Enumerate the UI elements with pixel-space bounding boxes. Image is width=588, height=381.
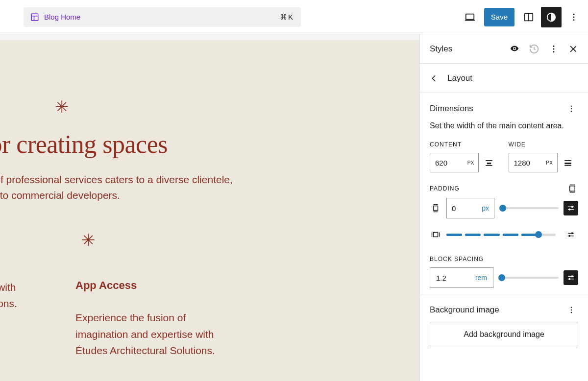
- padding-link-sides-button[interactable]: [566, 184, 578, 193]
- svg-point-47: [571, 307, 572, 308]
- block-spacing-custom-button[interactable]: [564, 270, 578, 285]
- svg-point-12: [553, 45, 555, 47]
- svg-rect-29: [434, 206, 438, 211]
- background-section: Background image Add background image: [420, 294, 588, 353]
- svg-point-18: [571, 108, 572, 109]
- hero-subtitle-line: Our comprehensive suite of professional …: [0, 174, 233, 185]
- svg-point-19: [571, 111, 572, 112]
- padding-value-input[interactable]: 0 px: [446, 198, 494, 218]
- styles-toggle-button[interactable]: [541, 7, 562, 27]
- svg-point-14: [553, 51, 555, 52]
- padding-label: PADDING: [430, 185, 460, 192]
- svg-point-40: [571, 233, 573, 234]
- svg-rect-25: [564, 165, 571, 166]
- svg-point-46: [569, 279, 570, 280]
- more-menu-button[interactable]: [564, 7, 584, 27]
- svg-rect-21: [487, 163, 491, 164]
- svg-rect-23: [564, 160, 571, 161]
- wide-label: WIDE: [509, 141, 579, 148]
- feature-columns: Continuous Support Experience the fusion…: [0, 232, 419, 359]
- background-title: Background image: [430, 305, 499, 315]
- svg-point-44: [571, 276, 573, 277]
- svg-point-8: [573, 13, 575, 15]
- feature-text: Experience the fusion of imagination and…: [0, 262, 44, 312]
- content-width-input[interactable]: 620 PX: [430, 153, 479, 172]
- block-spacing-input[interactable]: 1.2 rem: [430, 267, 493, 288]
- save-button[interactable]: Save: [484, 8, 514, 26]
- padding-preset-slider[interactable]: [446, 229, 559, 240]
- close-sidebar-button[interactable]: [564, 40, 582, 58]
- svg-point-49: [571, 312, 572, 313]
- wide-align-button[interactable]: [562, 158, 574, 167]
- hero-subtitle: Our comprehensive suite of professional …: [0, 172, 260, 203]
- style-book-button[interactable]: [506, 40, 523, 58]
- block-spacing-slider[interactable]: [498, 272, 559, 283]
- padding-h-custom-button[interactable]: [564, 227, 578, 242]
- sidebar-toggle-button[interactable]: [518, 7, 539, 27]
- topbar: Blog Home ⌘K Save: [0, 0, 588, 34]
- content-label: CONTENT: [430, 141, 500, 148]
- svg-rect-36: [434, 233, 438, 237]
- svg-rect-24: [564, 163, 571, 164]
- breadcrumb-back-button[interactable]: [430, 74, 439, 83]
- command-shortcut: ⌘K: [280, 13, 294, 22]
- main-area: ✳ A passion for creating spaces Our comp…: [0, 34, 588, 381]
- dimensions-title: Dimensions: [430, 104, 473, 114]
- wide-width-input[interactable]: 1280 PX: [509, 153, 558, 172]
- svg-rect-3: [466, 14, 474, 19]
- revisions-button[interactable]: [525, 40, 543, 58]
- svg-point-17: [571, 106, 572, 107]
- svg-point-13: [553, 48, 555, 49]
- hero-title: A passion for creating spaces: [0, 130, 419, 158]
- editor-canvas-wrap: ✳ A passion for creating spaces Our comp…: [0, 34, 419, 381]
- svg-rect-26: [570, 186, 575, 191]
- svg-rect-20: [486, 160, 492, 161]
- svg-point-48: [571, 310, 572, 310]
- document-title: Blog Home: [44, 13, 80, 21]
- svg-point-42: [569, 236, 570, 237]
- padding-horizontal-icon[interactable]: [430, 230, 441, 239]
- background-menu-button[interactable]: [564, 303, 578, 317]
- sidebar-body: Dimensions Set the width of the main con…: [420, 93, 588, 381]
- editor-canvas[interactable]: ✳ A passion for creating spaces Our comp…: [0, 40, 419, 381]
- padding-vertical-icon[interactable]: [430, 204, 441, 213]
- sidebar-breadcrumb: Layout: [420, 64, 588, 93]
- decorative-asterisk-icon: ✳: [81, 232, 242, 249]
- feature-item: ✳ App Access Experience the fusion of im…: [75, 232, 242, 359]
- content-width-field: CONTENT 620 PX: [430, 141, 500, 172]
- decorative-asterisk-icon: ✳: [55, 99, 419, 116]
- dimensions-section: Dimensions Set the width of the main con…: [420, 93, 588, 294]
- padding-slider[interactable]: [499, 203, 559, 214]
- svg-point-10: [573, 19, 575, 21]
- styles-sidebar: Styles Layout: [419, 34, 588, 381]
- svg-rect-0: [31, 14, 38, 21]
- block-spacing-label: BLOCK SPACING: [430, 256, 578, 262]
- padding-custom-button[interactable]: [564, 201, 578, 215]
- dimensions-menu-button[interactable]: [564, 102, 578, 116]
- document-title-button[interactable]: Blog Home ⌘K: [24, 7, 301, 27]
- sidebar-header: Styles: [420, 34, 588, 64]
- breadcrumb-current: Layout: [447, 73, 472, 83]
- device-preview-button[interactable]: [460, 7, 480, 27]
- feature-title: App Access: [75, 279, 242, 292]
- add-background-image-button[interactable]: Add background image: [430, 322, 578, 347]
- layout-icon: [30, 13, 39, 22]
- svg-point-35: [569, 209, 570, 211]
- feature-text: Experience the fusion of imagination and…: [75, 310, 242, 359]
- dimensions-description: Set the width of the main content area.: [430, 120, 578, 131]
- content-align-button[interactable]: [483, 158, 495, 167]
- feature-item: Continuous Support Experience the fusion…: [0, 232, 44, 359]
- wide-width-field: WIDE 1280 PX: [509, 141, 579, 172]
- hero-subtitle-line: ranging from homeowners to commercial de…: [0, 190, 120, 201]
- topbar-actions: Save: [460, 7, 584, 27]
- svg-rect-22: [486, 165, 492, 166]
- sidebar-title: Styles: [430, 44, 506, 54]
- svg-point-11: [514, 48, 515, 49]
- styles-more-menu-button[interactable]: [545, 40, 563, 58]
- feature-title: Continuous Support: [0, 232, 44, 245]
- svg-point-9: [573, 16, 575, 18]
- svg-point-33: [571, 206, 573, 208]
